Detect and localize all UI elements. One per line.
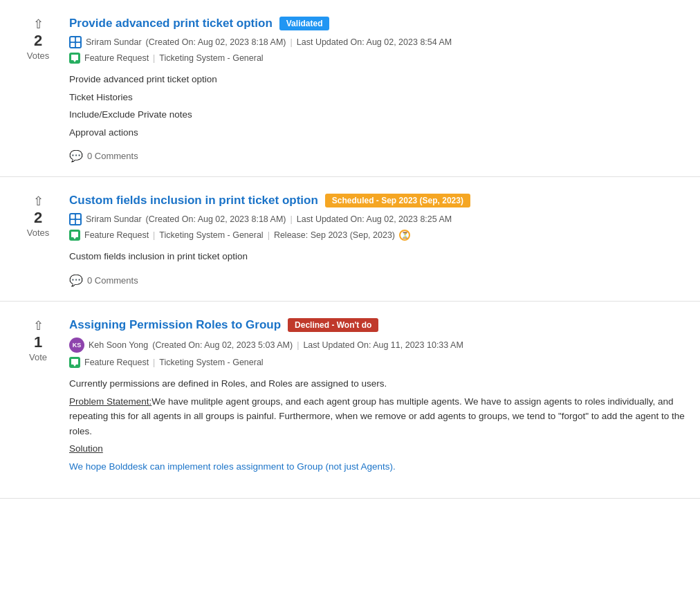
upvote-button[interactable]: ⇧	[33, 18, 44, 30]
last-updated: Last Updated On: Aug 02, 2023 8:54 AM	[297, 37, 452, 47]
post-title[interactable]: Custom fields inclusion in print ticket …	[69, 194, 318, 207]
svg-rect-3	[76, 43, 80, 47]
post-footer: 💬 0 Comments	[69, 149, 686, 163]
post-item: ⇧ 1 Vote Assigning Permission Roles to G…	[0, 302, 700, 499]
vote-count: 2	[34, 32, 42, 50]
post-content: Assigning Permission Roles to Group Decl…	[62, 318, 686, 484]
meta-separator: |	[291, 214, 293, 224]
created-date: (Created On: Aug 02, 2023 8:18 AM)	[146, 37, 286, 47]
last-updated: Last Updated On: Aug 11, 2023 10:33 AM	[303, 340, 463, 350]
vote-count: 2	[34, 209, 42, 227]
feature-request-icon	[69, 53, 80, 64]
body-problem-text: We have mulitple agent groups, and each …	[69, 396, 685, 436]
vote-label: Votes	[27, 50, 50, 61]
post-tags: Feature Request | Ticketing System - Gen…	[69, 357, 686, 368]
post-footer: 💬 0 Comments	[69, 274, 686, 287]
body-line-1: Custom fields inclusion in print ticket …	[69, 249, 686, 264]
created-date: (Created On: Aug 02, 2023 8:18 AM)	[146, 214, 286, 224]
body-line-1: Currently permissions are defined in Rol…	[69, 376, 686, 391]
upvote-button[interactable]: ⇧	[33, 195, 44, 207]
post-tags: Feature Request | Ticketing System - Gen…	[69, 230, 686, 241]
status-badge: Validated	[279, 17, 330, 30]
author-avatar-icon	[69, 213, 82, 225]
tag-separator-2: |	[268, 230, 270, 240]
body-line-4: Approval actions	[69, 125, 686, 140]
vote-count: 1	[34, 333, 42, 351]
solution-link[interactable]: Solution	[69, 443, 103, 454]
status-badge: Scheduled - Sep 2023 (Sep, 2023)	[325, 194, 470, 207]
meta-separator: |	[297, 340, 299, 350]
upvote-button[interactable]: ⇧	[33, 320, 44, 332]
post-meta: Sriram Sundar (Created On: Aug 02, 2023 …	[69, 213, 686, 225]
body-line-3: Include/Exclude Private notes	[69, 107, 686, 122]
svg-rect-2	[71, 43, 75, 47]
tag-label: Feature Request	[84, 230, 149, 240]
body-line-1: Provide advanced print ticket option	[69, 72, 686, 87]
meta-separator: |	[291, 37, 293, 47]
post-body: Provide advanced print ticket option Tic…	[69, 72, 686, 140]
post-body: Currently permissions are defined in Rol…	[69, 376, 686, 474]
status-badge: Declined - Won't do	[288, 318, 378, 332]
vote-label: Vote	[29, 352, 47, 362]
feature-request-icon	[69, 230, 80, 241]
comments-count[interactable]: 0 Comments	[87, 151, 138, 161]
created-date: (Created On: Aug 02, 2023 5:03 AM)	[152, 340, 293, 350]
problem-statement-link[interactable]: Problem Statement:	[69, 396, 151, 407]
body-problem: Problem Statement:We have mulitple agent…	[69, 394, 686, 439]
feature-request-icon	[69, 357, 80, 368]
post-title[interactable]: Assigning Permission Roles to Group	[69, 318, 281, 332]
svg-rect-5	[76, 214, 80, 219]
release-label: Release: Sep 2023 (Sep, 2023)	[274, 230, 395, 240]
body-solution-text: We hope Bolddesk can implement roles ass…	[69, 459, 686, 474]
tag-label: Feature Request	[84, 53, 149, 63]
svg-rect-6	[71, 220, 75, 224]
post-meta: Sriram Sundar (Created On: Aug 02, 2023 …	[69, 36, 686, 48]
tag-system: Ticketing System - General	[159, 358, 263, 367]
vote-column: ⇧ 2 Votes	[14, 17, 62, 163]
svg-rect-7	[76, 220, 80, 224]
tag-separator: |	[153, 53, 155, 63]
post-item: ⇧ 2 Votes Custom fields inclusion in pri…	[0, 177, 700, 302]
comment-bubble-icon: 💬	[69, 149, 83, 163]
post-item: ⇧ 2 Votes Provide advanced print ticket …	[0, 0, 700, 177]
post-list: ⇧ 2 Votes Provide advanced print ticket …	[0, 0, 700, 499]
vote-column: ⇧ 2 Votes	[14, 194, 62, 287]
post-title-row: Provide advanced print ticket option Val…	[69, 17, 686, 30]
author-avatar-icon	[69, 36, 82, 48]
post-title[interactable]: Provide advanced print ticket option	[69, 17, 273, 30]
post-tags: Feature Request | Ticketing System - Gen…	[69, 53, 686, 64]
author-avatar: KS	[69, 338, 84, 353]
post-content: Provide advanced print ticket option Val…	[62, 17, 686, 163]
body-line-2: Ticket Histories	[69, 90, 686, 105]
post-content: Custom fields inclusion in print ticket …	[62, 194, 686, 287]
svg-rect-0	[71, 37, 75, 41]
svg-rect-4	[71, 214, 75, 219]
author-name: Keh Soon Yong	[89, 340, 148, 350]
post-body: Custom fields inclusion in print ticket …	[69, 249, 686, 264]
vote-column: ⇧ 1 Vote	[14, 318, 62, 484]
post-meta: KS Keh Soon Yong (Created On: Aug 02, 20…	[69, 338, 686, 353]
vote-label: Votes	[27, 228, 50, 238]
body-solution-label: Solution	[69, 441, 686, 456]
author-name: Sriram Sundar	[86, 214, 142, 224]
post-title-row: Assigning Permission Roles to Group Decl…	[69, 318, 686, 332]
post-title-row: Custom fields inclusion in print ticket …	[69, 194, 686, 207]
author-name: Sriram Sundar	[86, 37, 142, 47]
svg-rect-1	[76, 37, 80, 41]
tag-separator: |	[153, 358, 155, 367]
last-updated: Last Updated On: Aug 02, 2023 8:25 AM	[297, 214, 452, 224]
release-clock-icon: ⏳	[399, 230, 410, 241]
tag-system: Ticketing System - General	[159, 53, 263, 63]
comment-bubble-icon: 💬	[69, 274, 83, 287]
tag-label: Feature Request	[84, 358, 149, 367]
tag-separator: |	[153, 230, 155, 240]
tag-system: Ticketing System - General	[159, 230, 263, 240]
comments-count[interactable]: 0 Comments	[87, 275, 138, 286]
